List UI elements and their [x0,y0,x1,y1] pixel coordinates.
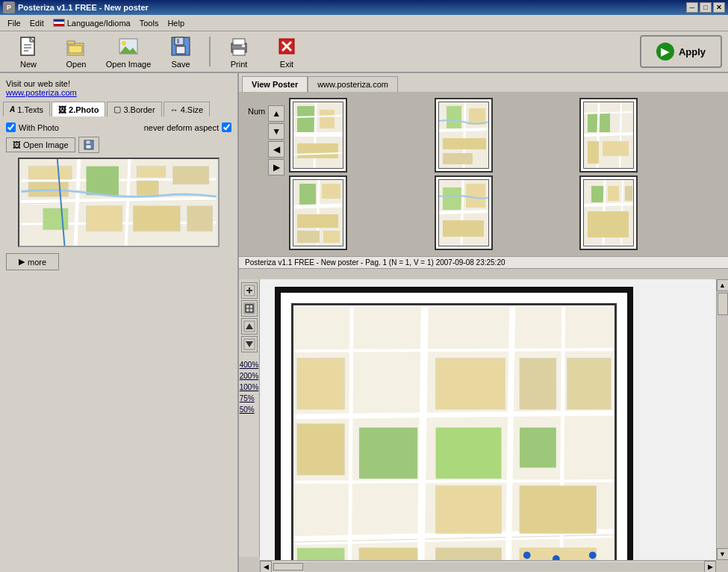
svg-rect-39 [87,206,122,231]
print-icon [227,34,251,58]
preview-header: Posteriza v1.1 FREE - New poster - Pag. … [239,257,728,269]
save-image-small-button[interactable] [78,137,99,153]
horizontal-scrollbar[interactable]: ◀ ▶ [260,560,716,572]
svg-point-143 [589,552,597,559]
thumb-inner-6 [583,179,634,246]
open-image-small-label: Open Image [23,140,69,149]
maximize-button[interactable]: □ [700,2,712,13]
thumb-inner-3 [583,102,634,169]
with-photo-checkbox-label[interactable]: With Photo [6,122,59,132]
never-deform-checkbox[interactable] [222,122,231,132]
menu-tools[interactable]: Tools [135,17,164,29]
zoom-up-button[interactable] [241,318,258,335]
svg-rect-81 [591,186,605,202]
texts-tab-label: 1.Texts [17,105,43,114]
scroll-h-track[interactable] [272,562,704,571]
svg-rect-14 [177,39,179,43]
close-window-button[interactable]: ✕ [713,2,725,13]
url-tab[interactable]: www.posteriza.com [308,76,398,92]
nav-left-arrow[interactable]: ◀ [268,141,284,158]
svg-rect-86 [625,186,632,201]
title-bar: P Posteriza v1.1 FREE - New poster ─ □ ✕ [0,0,728,15]
photo-tab-label: 2.Photo [69,105,99,114]
scroll-left-arrow[interactable]: ◀ [260,561,272,573]
zoom-200[interactable]: 200% [240,371,259,381]
tab-texts[interactable]: A 1.Texts [3,102,50,116]
open-button[interactable]: Open [54,34,99,69]
open-label: Open [66,60,87,69]
svg-line-76 [439,211,489,213]
zoom-levels: 400% 200% 100% 75% 50% [240,360,259,414]
thumbnail-6[interactable] [579,175,638,250]
svg-rect-67 [299,184,316,205]
svg-line-109 [293,481,615,482]
view-poster-tab[interactable]: View Poster [242,76,308,92]
svg-rect-56 [443,138,486,149]
tab-size[interactable]: ↔ 4.Size [164,102,211,116]
save-icon [169,34,193,58]
nav-right-arrow[interactable]: ▶ [268,159,284,175]
new-button[interactable]: New [6,34,51,69]
new-icon [16,34,40,58]
exit-label: Exit [280,60,293,69]
zoom-down-button[interactable] [241,336,258,352]
svg-rect-44 [297,106,316,132]
large-preview: Posteriza v1.1 FREE - New poster - Pag. … [239,257,728,572]
website-info: Visit our web site! www.posteriza.com [3,76,234,99]
svg-rect-45 [293,132,343,137]
svg-rect-18 [242,45,245,47]
thumbnail-5[interactable] [435,175,493,250]
image-preview [18,158,220,247]
menu-edit[interactable]: Edit [25,17,49,29]
scroll-h-thumb[interactable] [273,563,303,571]
nav-down-arrow[interactable]: ▼ [268,123,284,140]
more-button[interactable]: ▶ more [6,253,59,270]
scroll-right-arrow[interactable]: ▶ [704,561,716,573]
thumbnail-2[interactable] [435,98,493,172]
save-button[interactable]: Save [158,34,203,69]
thumbnail-3[interactable] [579,98,638,172]
left-panel: Visit our web site! www.posteriza.com A … [0,73,239,572]
print-button[interactable]: Print [217,34,261,69]
minimize-button[interactable]: ─ [686,2,698,13]
nav-up-arrow[interactable]: ▲ [268,105,284,122]
scroll-down-arrow[interactable]: ▼ [717,548,729,560]
zoom-400[interactable]: 400% [240,360,259,370]
open-image-button[interactable]: Open Image [102,34,155,69]
svg-point-9 [122,41,126,46]
open-image-label: Open Image [106,60,152,69]
with-photo-checkbox[interactable] [6,122,16,132]
menu-language[interactable]: Language/Idioma [49,17,135,29]
svg-rect-38 [137,181,158,195]
fit-button[interactable] [241,300,258,317]
zoom-100[interactable]: 100% [240,382,259,392]
apply-button[interactable]: ▶ Apply [640,35,722,68]
svg-line-108 [293,349,615,351]
scroll-v-track[interactable] [718,291,728,548]
zoom-sidebar: 400% 200% 100% 75% 50% [239,279,260,557]
svg-rect-112 [359,428,417,479]
tab-border[interactable]: ▢ 3.Border [107,102,161,116]
open-image-small-icon: 🖼 [13,140,21,149]
tab-bar: A 1.Texts 🖼 2.Photo ▢ 3.Border ↔ 4.Size [3,102,234,116]
svg-rect-122 [436,486,502,534]
scroll-v-thumb[interactable] [718,293,728,315]
open-image-small-button[interactable]: 🖼 Open Image [6,137,75,152]
menu-file[interactable]: File [3,17,25,29]
texts-tab-icon: A [10,105,15,114]
svg-line-60 [584,134,634,135]
svg-line-46 [314,102,316,169]
website-url-link[interactable]: www.posteriza.com [6,88,231,97]
thumbnail-1[interactable] [289,98,347,172]
tab-photo[interactable]: 🖼 2.Photo [52,102,105,116]
thumbnail-4[interactable] [289,175,347,250]
zoom-50[interactable]: 50% [240,405,259,414]
scroll-up-arrow[interactable]: ▲ [717,279,729,291]
svg-rect-114 [297,548,345,560]
menu-help[interactable]: Help [163,17,189,29]
zoom-75[interactable]: 75% [240,394,259,403]
zoom-in-button[interactable] [241,282,258,299]
flag-icon [53,19,65,27]
vertical-scrollbar[interactable]: ▲ ▼ [716,279,728,560]
exit-button[interactable]: Exit [264,34,309,69]
